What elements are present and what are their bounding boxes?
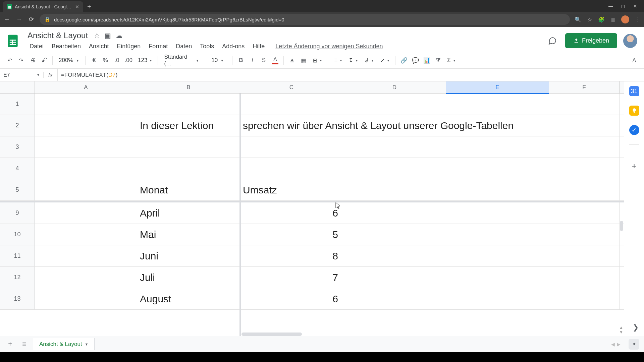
horizontal-scrollbar[interactable] <box>241 333 302 336</box>
cell[interactable] <box>446 136 549 158</box>
row-3[interactable]: 3 <box>0 136 624 158</box>
formula-input[interactable]: =FORMULATEXT(D7) <box>58 72 644 78</box>
row-12[interactable]: 12 Juli 7 <box>0 267 624 288</box>
cell[interactable] <box>549 115 620 136</box>
sheet-tab-active[interactable]: Ansicht & Layout ▼ <box>33 338 95 350</box>
menu-datei[interactable]: Datei <box>26 42 47 51</box>
cell[interactable] <box>343 179 446 200</box>
cell[interactable]: 8 <box>240 245 343 266</box>
cell[interactable] <box>549 94 620 115</box>
cell[interactable]: Monat <box>137 179 240 200</box>
sheet-nav-arrows[interactable]: ◀▶ <box>611 342 621 347</box>
cell[interactable] <box>240 94 343 115</box>
strikethrough-icon[interactable]: S <box>259 54 269 66</box>
cell[interactable] <box>446 224 549 245</box>
cell[interactable] <box>549 267 620 288</box>
col-header-f[interactable]: F <box>549 81 620 93</box>
font-size-select[interactable]: 10 ▼ <box>209 57 229 64</box>
vertical-scrollbar[interactable]: ▲ ▼ <box>618 94 624 336</box>
row-header[interactable]: 9 <box>0 202 35 224</box>
zoom-select[interactable]: 200% ▼ <box>56 57 82 64</box>
cell[interactable] <box>343 158 446 179</box>
increase-decimal-icon[interactable]: .00 <box>123 54 134 66</box>
cell[interactable] <box>549 202 620 224</box>
row-header[interactable]: 5 <box>0 179 35 200</box>
chevron-down-icon[interactable]: ▼ <box>85 342 89 346</box>
cell[interactable] <box>35 245 137 266</box>
text-wrap-icon[interactable]: ↲▾ <box>362 57 376 64</box>
cell[interactable] <box>343 202 446 224</box>
last-change-text[interactable]: Letzte Änderung vor wenigen Sekunden <box>275 43 383 50</box>
move-icon[interactable]: ▣ <box>105 32 111 40</box>
cell[interactable] <box>343 94 446 115</box>
cell[interactable] <box>240 158 343 179</box>
menu-format[interactable]: Format <box>145 42 171 51</box>
bold-icon[interactable]: B <box>236 54 246 66</box>
reload-icon[interactable]: ⟳ <box>28 16 35 23</box>
comment-history-icon[interactable] <box>546 34 559 48</box>
row-5[interactable]: 5 Monat Umsatz <box>0 179 624 201</box>
sheets-logo[interactable] <box>4 32 21 50</box>
cell[interactable] <box>446 179 549 200</box>
cell[interactable]: sprechen wir über Ansicht & Layout unser… <box>240 115 343 136</box>
col-header-c[interactable]: C <box>240 81 343 93</box>
italic-icon[interactable]: I <box>247 54 257 66</box>
all-sheets-icon[interactable]: ≡ <box>19 339 30 350</box>
select-all-corner[interactable] <box>0 81 35 93</box>
minimize-icon[interactable]: — <box>608 3 613 9</box>
cell[interactable] <box>35 158 137 179</box>
paint-format-icon[interactable]: 🖌 <box>39 54 49 66</box>
row-header[interactable]: 3 <box>0 136 35 158</box>
cell[interactable]: Umsatz <box>240 179 343 200</box>
merge-cells-icon[interactable]: ⊞▾ <box>310 57 324 64</box>
fill-color-icon[interactable] <box>287 54 297 66</box>
browser-menu-icon[interactable]: ⋮ <box>635 16 641 23</box>
menu-addons[interactable]: Add-ons <box>219 42 248 51</box>
col-header-b[interactable]: B <box>137 81 240 93</box>
cell[interactable] <box>343 245 446 266</box>
borders-icon[interactable]: ▦ <box>299 54 309 66</box>
cell[interactable] <box>35 288 137 309</box>
menu-tools[interactable]: Tools <box>197 42 217 51</box>
star-icon[interactable]: ☆ <box>94 32 100 40</box>
back-icon[interactable]: ← <box>3 16 11 23</box>
cell[interactable] <box>35 179 137 200</box>
comment-icon[interactable]: 💬 <box>410 54 420 66</box>
menu-daten[interactable]: Daten <box>172 42 195 51</box>
cell[interactable]: 6 <box>240 288 343 309</box>
functions-icon[interactable]: Σ▾ <box>444 57 458 64</box>
cell[interactable] <box>137 136 240 158</box>
col-header-d[interactable]: D <box>343 81 446 93</box>
cell[interactable]: Mai <box>137 224 240 245</box>
cell[interactable] <box>549 179 620 200</box>
doc-title[interactable]: Ansicht & Layout <box>26 30 89 41</box>
cell[interactable] <box>35 136 137 158</box>
cell[interactable] <box>35 224 137 245</box>
insert-chart-icon[interactable]: 📊 <box>422 54 432 66</box>
menu-hilfe[interactable]: Hilfe <box>249 42 268 51</box>
keep-icon[interactable] <box>629 106 639 116</box>
cell[interactable] <box>549 136 620 158</box>
row-header[interactable]: 4 <box>0 158 35 179</box>
menu-bearbeiten[interactable]: Bearbeiten <box>48 42 84 51</box>
frozen-row-divider[interactable] <box>0 201 624 202</box>
name-box[interactable]: E7 ▼ <box>0 72 44 78</box>
vertical-align-icon[interactable]: ↧▾ <box>346 57 360 64</box>
cell[interactable] <box>343 267 446 288</box>
print-icon[interactable]: 🖨 <box>28 54 38 66</box>
reading-list-icon[interactable]: ≣ <box>611 16 615 23</box>
cell[interactable] <box>343 136 446 158</box>
percent-icon[interactable]: % <box>100 54 110 66</box>
cloud-status-icon[interactable]: ☁ <box>116 32 122 40</box>
row-header[interactable]: 1 <box>0 94 35 115</box>
cell[interactable] <box>549 158 620 179</box>
cell[interactable] <box>446 202 549 224</box>
row-11[interactable]: 11 Juni 8 <box>0 245 624 267</box>
row-2[interactable]: 2 In dieser Lektion sprechen wir über An… <box>0 115 624 136</box>
row-header[interactable]: 12 <box>0 267 35 288</box>
cell[interactable] <box>446 115 549 136</box>
cell[interactable] <box>446 245 549 266</box>
link-icon[interactable]: 🔗 <box>399 54 409 66</box>
expand-side-panel-icon[interactable]: ❯ <box>633 323 639 332</box>
cell[interactable] <box>446 267 549 288</box>
